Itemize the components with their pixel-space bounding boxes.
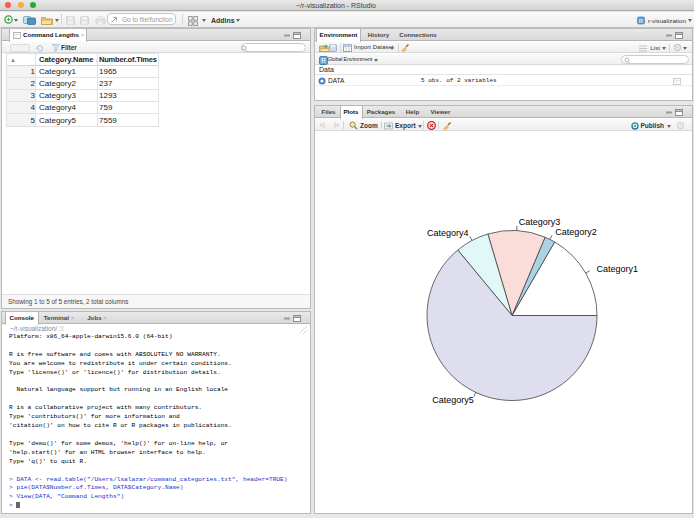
svg-text:R: R	[321, 57, 326, 64]
svg-text:R: R	[639, 18, 644, 24]
svg-text:Category4: Category4	[427, 228, 469, 238]
svg-text:Category3: Category3	[519, 217, 561, 227]
svg-text:Category2: Category2	[555, 227, 597, 237]
svg-text:Category5: Category5	[432, 395, 474, 405]
svg-text:Category1: Category1	[597, 264, 639, 274]
